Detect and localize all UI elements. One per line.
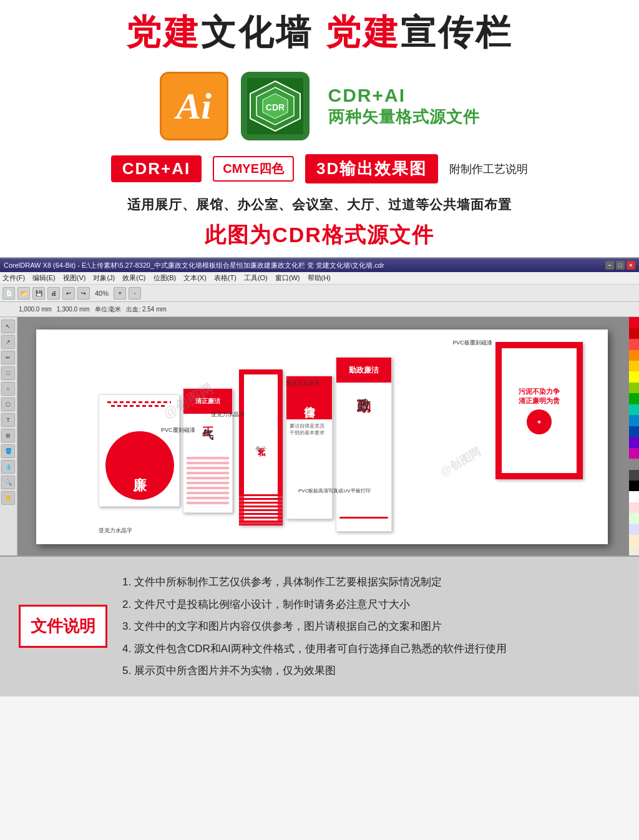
palette-color-swatch[interactable]	[629, 491, 639, 502]
file-description-label: 文件说明	[19, 605, 107, 648]
tool-freehand[interactable]: ✏	[1, 351, 15, 364]
tool-hand[interactable]: ✋	[1, 491, 15, 505]
toolbar-zoom-out[interactable]: -	[129, 287, 141, 300]
palette-color-swatch[interactable]	[629, 317, 639, 328]
sim-label-pvc1: PVC板覆刻磁漆	[452, 339, 492, 347]
sim-panel-large-circle: 廉	[99, 394, 180, 507]
palette-color-swatch[interactable]	[629, 371, 639, 382]
format-line2: 两种矢量格式源文件	[328, 106, 480, 128]
palette-color-swatch[interactable]	[629, 524, 639, 535]
palette-color-swatch[interactable]	[629, 339, 639, 349]
menu-effect[interactable]: 效果(C)	[122, 273, 145, 283]
sim-label-acrylic1: 亚克力水晶字	[286, 379, 320, 388]
cdr-titlebar: CorelDRAW X8 (64-Bit) - E:\上传素材\5.27-832…	[0, 258, 639, 272]
main-title: 党建文化墙 党建宣传栏	[12, 11, 627, 53]
palette-color-swatch[interactable]	[629, 426, 639, 437]
toolbar-undo[interactable]: ↩	[62, 287, 75, 300]
tool-subselect[interactable]: ↗	[1, 335, 15, 349]
toolbar-open[interactable]: 📂	[17, 287, 30, 300]
watermark2: @创图网	[437, 444, 484, 480]
tag-cmye: CMYE四色	[213, 156, 294, 182]
sim-label-acrylic3: 亚克力水晶字	[99, 527, 132, 535]
tool-text[interactable]: T	[1, 413, 15, 427]
sim-panel-qinzheng: 勤政廉洁 勤 政	[336, 357, 392, 532]
cdr-left-tools: ↖ ↗ ✏ □ ○ ⬡ T ⊞ 🪣 💧 🔍 ✋	[0, 317, 17, 557]
toolbar-print[interactable]: 🖨	[47, 287, 60, 300]
menu-tools[interactable]: 工具(O)	[244, 273, 268, 283]
cdr-body: ↖ ↗ ✏ □ ○ ⬡ T ⊞ 🪣 💧 🔍 ✋	[0, 317, 639, 557]
tool-polygon[interactable]: ⬡	[1, 398, 15, 411]
palette-color-swatch[interactable]	[629, 513, 639, 524]
menu-file[interactable]: 文件(F)	[2, 273, 25, 283]
toolbar-redo[interactable]: ↪	[77, 287, 90, 300]
minimize-button[interactable]: −	[605, 261, 614, 270]
palette-color-swatch[interactable]	[629, 502, 639, 513]
title-part1: 党建	[126, 12, 201, 52]
cdr-notice: 此图为CDR格式源文件	[0, 218, 639, 257]
desc-item-2: 2. 文件尺寸是投稿比例缩小设计，制作时请务必注意尺寸大小	[122, 597, 602, 613]
desc-item-5: 5. 展示页中所含图片并不为实物，仅为效果图	[122, 663, 602, 679]
tag-craft: 附制作工艺说明	[449, 162, 528, 177]
toolbar-new[interactable]: 📄	[2, 287, 15, 300]
palette-color-swatch[interactable]	[629, 361, 639, 371]
tag-cdr-ai: CDR+AI	[111, 155, 202, 182]
menu-view[interactable]: 视图(V)	[63, 273, 86, 283]
toolbar-save[interactable]: 💾	[32, 287, 45, 300]
palette-color-swatch[interactable]	[629, 448, 639, 459]
format-text: CDR+AI 两种矢量格式源文件	[328, 85, 480, 128]
toolbar-zoom-in[interactable]: +	[114, 287, 126, 300]
tool-eyedrop[interactable]: 💧	[1, 460, 15, 474]
logo-section: Ai CDR CDR+AI 两种矢量格式源文件	[0, 59, 639, 147]
subtitle-text: 适用展厅、展馆、办公室、会议室、大厅、过道等公共墙面布置	[127, 197, 512, 212]
palette-color-swatch[interactable]	[629, 470, 639, 481]
menu-bitmap[interactable]: 位图(B)	[154, 273, 177, 283]
description-section: 文件说明 1. 文件中所标制作工艺仅供参考，具体制作工艺要根据实际情况制定 2.…	[0, 557, 639, 696]
palette-color-swatch[interactable]	[629, 404, 639, 415]
cdr-canvas-area[interactable]: 廉 清正廉洁 正 气	[17, 317, 639, 557]
tool-rectangle[interactable]: □	[1, 366, 15, 380]
ai-logo-icon: Ai	[160, 72, 228, 140]
tool-ellipse[interactable]: ○	[1, 382, 15, 396]
menu-window[interactable]: 窗口(W)	[275, 273, 300, 283]
cdr-logo-svg: CDR	[247, 78, 303, 134]
header-section: 党建文化墙 党建宣传栏	[0, 0, 639, 59]
color-palette	[629, 317, 639, 557]
palette-color-swatch[interactable]	[629, 546, 639, 557]
palette-color-swatch[interactable]	[629, 437, 639, 447]
cdr-logo-icon: CDR	[241, 72, 310, 140]
menu-edit[interactable]: 编辑(E)	[32, 273, 56, 283]
maximize-button[interactable]: □	[616, 261, 625, 270]
palette-color-swatch[interactable]	[629, 459, 639, 469]
menu-table[interactable]: 表格(T)	[214, 273, 237, 283]
close-button[interactable]: ×	[627, 261, 635, 270]
page-wrapper: 党建文化墙 党建宣传栏 Ai CDR CDR+AI 两种矢量格式源文件 CDR+	[0, 0, 639, 696]
tool-fill[interactable]: 🪣	[1, 444, 15, 458]
menu-help[interactable]: 帮助(H)	[308, 273, 331, 283]
tool-parallel[interactable]: ⊞	[1, 429, 15, 442]
toolbar-zoom: 40%	[95, 290, 109, 297]
svg-text:CDR: CDR	[265, 102, 284, 112]
tags-row: CDR+AI CMYE四色 3D输出效果图 附制作工艺说明	[0, 147, 639, 191]
tool-zoom[interactable]: 🔍	[1, 476, 15, 489]
palette-color-swatch[interactable]	[629, 328, 639, 339]
palette-color-swatch[interactable]	[629, 535, 639, 545]
cdr-second-toolbar: 1,000.0 mm 1,300.0 mm 单位:毫米 出血: 2.54 mm	[0, 302, 639, 317]
cdr-title-text: CorelDRAW X8 (64-Bit) - E:\上传素材\5.27-832…	[4, 261, 384, 270]
screenshot-container: CorelDRAW X8 (64-Bit) - E:\上传素材\5.27-832…	[0, 257, 639, 557]
sim-panel-zilu: 自律 廉洁自律是党员干部的基本要求	[286, 376, 333, 519]
sim-panel-red-tall: 无私 奉公	[239, 369, 283, 525]
sim-panel-large-right: 污泥不染力争清正廉明为贵 ★	[495, 342, 583, 479]
palette-color-swatch[interactable]	[629, 481, 639, 491]
desc-item-3: 3. 文件中的文字和图片内容仅供参考，图片请根据自己的文案和图片	[122, 618, 602, 635]
menu-object[interactable]: 对象(J)	[93, 273, 115, 283]
desc-item-4: 4. 源文件包含CDR和AI两种文件格式，使用者可自行选择自己熟悉的软件进行使用	[122, 641, 602, 657]
tool-select[interactable]: ↖	[1, 320, 15, 333]
palette-color-swatch[interactable]	[629, 350, 639, 361]
palette-color-swatch[interactable]	[629, 383, 639, 393]
sim-panel-qinglian: 清正廉洁 正 气	[183, 388, 233, 513]
palette-color-swatch[interactable]	[629, 393, 639, 404]
menu-text[interactable]: 文本(X)	[183, 273, 207, 283]
palette-color-swatch[interactable]	[629, 415, 639, 426]
size-h: 1,300.0 mm	[57, 306, 90, 313]
format-line1: CDR+AI	[328, 85, 480, 106]
